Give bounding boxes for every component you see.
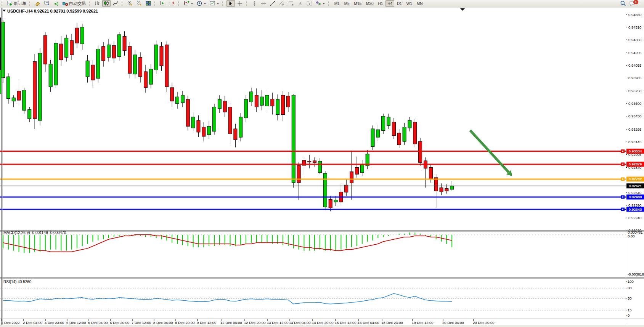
timeframe-m15-button[interactable]: M15 [352, 0, 363, 7]
timeframe-d1-button[interactable]: D1 [395, 0, 404, 7]
new-order-icon [7, 0, 13, 6]
chart-area[interactable]: 0.0004610.00-0.003618 1008050150 0.94660… [0, 7, 644, 327]
shapes-icon [315, 0, 321, 6]
indicators-icon [183, 0, 190, 6]
signal-button[interactable] [52, 0, 60, 7]
price-tick-label: 0.93905 [628, 76, 641, 80]
fibonacci-button[interactable]: F [287, 0, 295, 7]
candle [65, 35, 68, 62]
auto-trading-label: 自动交易 [69, 1, 86, 6]
zoom-out-button[interactable] [135, 0, 143, 7]
support-line-1-price-label: 0.92489 [629, 195, 642, 199]
shapes-dropdown-caret-icon[interactable]: ▼ [323, 2, 325, 5]
candle [419, 138, 422, 166]
time-label: 2 Dec 04:00 [23, 321, 42, 325]
bar-chart-button[interactable] [93, 0, 101, 7]
text-label-button[interactable]: T [305, 0, 313, 7]
periods-button[interactable]: ▼ [195, 0, 207, 7]
auto-scroll-icon [160, 0, 166, 6]
equidistant-channel-icon: E [279, 0, 285, 6]
trendline-button[interactable] [268, 0, 277, 7]
trendline-icon [270, 0, 276, 6]
shapes-button[interactable]: ▼ [314, 0, 326, 7]
periods-dropdown-caret-icon[interactable]: ▼ [204, 2, 206, 5]
indicators-dropdown-caret-icon[interactable]: ▼ [191, 2, 193, 5]
candle [413, 119, 417, 147]
timeframe-m1-button[interactable]: M1 [332, 0, 342, 7]
crosshair-icon [237, 0, 243, 6]
publish-chart-button[interactable] [43, 0, 51, 7]
time-label: 20 Dec 04:00 [442, 321, 464, 325]
candle [117, 32, 121, 61]
auto-trading-button[interactable]: 自动交易 [61, 0, 87, 7]
time-label: 8 Dec 04:00 [153, 321, 173, 325]
toolbar-grip [328, 1, 331, 6]
support-line-2-price-label: 0.92343 [629, 207, 642, 212]
crosshair-button[interactable] [236, 0, 244, 7]
candle [213, 104, 216, 135]
vertical-line-icon [251, 0, 257, 6]
toolbar-grip [222, 1, 225, 6]
timeframe-m30-button[interactable]: M30 [364, 0, 375, 7]
text-button[interactable]: A [296, 0, 304, 7]
new-order-button[interactable]: 新订单 [6, 0, 27, 7]
candle [96, 46, 100, 83]
horizontal-line-icon [260, 0, 267, 6]
templates-button[interactable]: ▼ [208, 0, 220, 7]
candlestick-chart-button[interactable] [102, 0, 111, 7]
candle [186, 96, 190, 130]
auto-scroll-button[interactable] [159, 0, 167, 7]
candle [38, 48, 42, 125]
rsi-axis-label: 50 [628, 296, 632, 300]
toolbar-right: 1 [618, 0, 642, 7]
time-label: 19 Dec 12:00 [412, 321, 434, 325]
pivot-line-anchor-dot [622, 178, 623, 180]
price-tick-label: 0.94360 [628, 38, 641, 42]
periods-icon [196, 0, 202, 6]
toolbar-grip [89, 1, 92, 6]
chat-button[interactable]: 1 [628, 0, 642, 7]
zoom-in-button[interactable] [126, 0, 134, 7]
rsi-label: RSI(14) 40.5260 [3, 280, 32, 284]
search-button[interactable] [619, 0, 627, 7]
resistance-line-2-price-label: 0.92879 [629, 162, 642, 166]
line-chart-button[interactable] [111, 0, 120, 7]
timeframe-mn-button[interactable]: MN [415, 0, 425, 7]
toolbar-grip [29, 1, 32, 6]
rsi-axis-label: 100 [628, 279, 634, 284]
candle [323, 171, 327, 210]
text-label-icon: T [306, 0, 312, 6]
chart-shift-button[interactable] [168, 0, 176, 7]
time-label: 1 Dec 2022 [1, 321, 20, 325]
candle [292, 95, 295, 188]
timeframe-w1-button[interactable]: W1 [405, 0, 414, 7]
timeframe-m5-button[interactable]: M5 [342, 0, 352, 7]
signal-icon [53, 0, 59, 6]
toolbar-grip [154, 1, 157, 6]
time-label: 6 Dec 04:00 [88, 321, 108, 325]
timeframe-h1-button[interactable]: H1 [376, 0, 385, 7]
templates-dropdown-caret-icon[interactable]: ▼ [217, 2, 219, 5]
text-icon: A [297, 0, 303, 6]
cursor-button[interactable] [226, 0, 235, 7]
toolbar-grip [178, 1, 181, 6]
timeframe-h4-button[interactable]: H4 [385, 0, 394, 7]
candle [165, 42, 169, 92]
time-label: 15 Dec 12:00 [335, 321, 357, 325]
candle [154, 40, 158, 74]
eraser-button[interactable] [34, 0, 42, 7]
svg-text:F: F [292, 4, 293, 6]
resistance-line-1-price-label: 0.93034 [629, 149, 642, 153]
svg-text:T: T [308, 2, 310, 6]
time-label: 14 Dec 04:00 [289, 321, 311, 325]
horizontal-line-button[interactable] [259, 0, 268, 7]
candlestick-chart-icon [103, 0, 109, 6]
window-bottom-strip [0, 325, 644, 327]
tile-windows-button[interactable] [144, 0, 153, 7]
vertical-line-button[interactable] [250, 0, 259, 7]
rsi-axis-label: 0 [628, 313, 630, 317]
equidistant-channel-button[interactable]: E [278, 0, 286, 7]
tile-windows-icon [145, 0, 151, 6]
indicators-button[interactable]: ▼ [182, 0, 194, 7]
toolbar-grip [122, 1, 124, 6]
